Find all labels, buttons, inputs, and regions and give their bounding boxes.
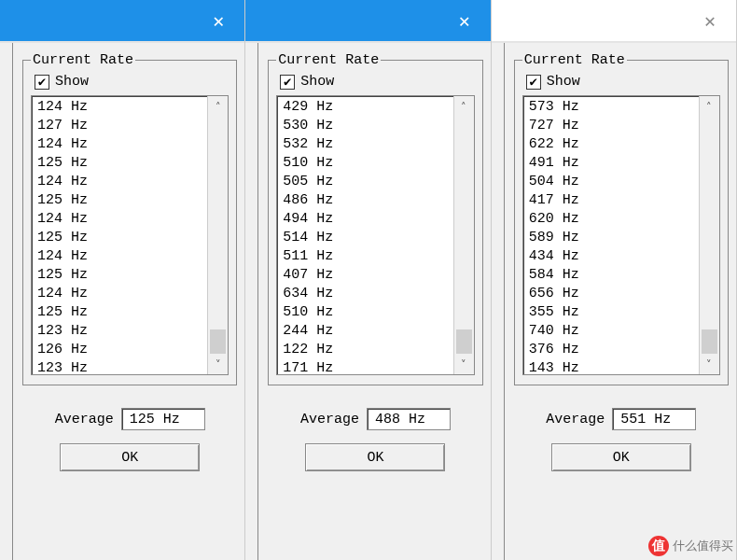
ok-button[interactable]: OK [551, 443, 691, 471]
list-item[interactable]: 123 Hz [37, 359, 207, 374]
list-item[interactable]: 125 Hz [37, 229, 207, 247]
close-icon: ✕ [459, 9, 470, 33]
list-item[interactable]: 532 Hz [283, 135, 452, 154]
scroll-thumb[interactable] [210, 329, 226, 354]
list-item[interactable]: 124 Hz [37, 210, 207, 229]
average-row: Average488 Hz [268, 408, 482, 430]
scroll-track[interactable] [454, 117, 474, 354]
scroll-up-button[interactable]: ˄ [454, 96, 474, 117]
list-item[interactable]: 434 Hz [529, 247, 699, 266]
scroll-down-button[interactable]: ˅ [700, 354, 719, 374]
close-button[interactable]: ✕ [196, 0, 241, 41]
show-checkbox[interactable]: ✔ [280, 75, 295, 90]
current-rate-group: Current Rate✔Show573 Hz727 Hz622 Hz491 H… [514, 52, 729, 385]
ok-button[interactable]: OK [60, 443, 200, 471]
list-item[interactable]: 407 Hz [283, 266, 452, 285]
show-row: ✔Show [276, 74, 474, 90]
list-item[interactable]: 124 Hz [37, 135, 207, 154]
list-item[interactable]: 505 Hz [283, 173, 452, 191]
scrollbar[interactable]: ˄˅ [453, 96, 474, 374]
scroll-up-button[interactable]: ˄ [208, 96, 228, 117]
show-row: ✔Show [522, 74, 720, 90]
list-item[interactable]: 486 Hz [283, 191, 452, 210]
list-item[interactable]: 740 Hz [529, 322, 699, 341]
scroll-thumb[interactable] [456, 329, 472, 354]
list-item[interactable]: 123 Hz [37, 322, 207, 341]
rate-listbox[interactable]: 429 Hz530 Hz532 Hz510 Hz505 Hz486 Hz494 … [276, 95, 474, 375]
scroll-up-button[interactable]: ˄ [700, 96, 719, 117]
average-value: 551 Hz [612, 408, 696, 430]
show-row: ✔Show [31, 74, 229, 90]
close-icon: ✕ [704, 9, 716, 33]
average-value: 488 Hz [367, 408, 451, 430]
list-item[interactable]: 620 Hz [529, 210, 699, 229]
list-item[interactable]: 504 Hz [529, 173, 699, 191]
left-frame-edge [492, 43, 505, 560]
close-button[interactable]: ✕ [442, 0, 487, 41]
list-item[interactable]: 125 Hz [37, 154, 207, 173]
titlebar: ✕ [492, 0, 736, 41]
list-item[interactable]: 126 Hz [37, 341, 207, 359]
scroll-track[interactable] [208, 117, 228, 354]
list-item[interactable]: 510 Hz [283, 154, 452, 173]
check-icon: ✔ [529, 74, 536, 90]
rate-listbox[interactable]: 124 Hz127 Hz124 Hz125 Hz124 Hz125 Hz124 … [31, 95, 229, 375]
list-item[interactable]: 656 Hz [529, 285, 699, 303]
list-item[interactable]: 417 Hz [529, 191, 699, 210]
group-label: Current Rate [31, 52, 135, 68]
list-item[interactable]: 376 Hz [529, 341, 699, 359]
close-button[interactable]: ✕ [688, 0, 732, 41]
rate-list: 429 Hz530 Hz532 Hz510 Hz505 Hz486 Hz494 … [277, 96, 452, 374]
list-item[interactable]: 171 Hz [283, 359, 452, 374]
scroll-down-button[interactable]: ˅ [454, 354, 474, 374]
list-item[interactable]: 584 Hz [529, 266, 699, 285]
left-frame-edge [0, 43, 13, 560]
list-item[interactable]: 634 Hz [283, 285, 452, 303]
list-item[interactable]: 124 Hz [37, 247, 207, 266]
list-item[interactable]: 491 Hz [529, 154, 699, 173]
list-item[interactable]: 589 Hz [529, 229, 699, 247]
list-item[interactable]: 125 Hz [37, 266, 207, 285]
watermark-icon: 值 [648, 536, 669, 556]
list-item[interactable]: 124 Hz [37, 173, 207, 191]
list-item[interactable]: 514 Hz [283, 229, 452, 247]
list-item[interactable]: 510 Hz [283, 303, 452, 322]
scroll-down-button[interactable]: ˅ [208, 354, 228, 374]
list-item[interactable]: 727 Hz [529, 117, 699, 135]
client-area: Current Rate✔Show124 Hz127 Hz124 Hz125 H… [0, 41, 244, 560]
chevron-up-icon: ˄ [461, 101, 466, 113]
list-item[interactable]: 125 Hz [37, 191, 207, 210]
list-item[interactable]: 124 Hz [37, 98, 207, 117]
list-item[interactable]: 622 Hz [529, 135, 699, 154]
list-item[interactable]: 143 Hz [529, 359, 699, 374]
group-label: Current Rate [276, 52, 381, 68]
list-item[interactable]: 530 Hz [283, 117, 452, 135]
dialog-panel: ✕Current Rate✔Show124 Hz127 Hz124 Hz125 … [0, 0, 245, 560]
list-item[interactable]: 244 Hz [283, 322, 452, 341]
list-item[interactable]: 429 Hz [283, 98, 452, 117]
scroll-track[interactable] [700, 117, 719, 354]
list-item[interactable]: 494 Hz [283, 210, 452, 229]
average-label: Average [300, 412, 359, 427]
close-icon: ✕ [213, 9, 224, 33]
list-item[interactable]: 127 Hz [37, 117, 207, 135]
list-item[interactable]: 124 Hz [37, 285, 207, 303]
list-item[interactable]: 573 Hz [529, 98, 699, 117]
scroll-thumb[interactable] [702, 329, 717, 354]
current-rate-group: Current Rate✔Show124 Hz127 Hz124 Hz125 H… [22, 52, 237, 385]
watermark: 值什么值得买 [648, 536, 733, 556]
list-item[interactable]: 355 Hz [529, 303, 699, 322]
left-frame-edge [245, 43, 258, 560]
rate-listbox[interactable]: 573 Hz727 Hz622 Hz491 Hz504 Hz417 Hz620 … [522, 95, 720, 375]
client-area: Current Rate✔Show573 Hz727 Hz622 Hz491 H… [492, 41, 736, 560]
scrollbar[interactable]: ˄˅ [699, 96, 719, 374]
list-item[interactable]: 125 Hz [37, 303, 207, 322]
titlebar: ✕ [245, 0, 490, 41]
list-item[interactable]: 511 Hz [283, 247, 452, 266]
show-checkbox[interactable]: ✔ [526, 75, 541, 90]
chevron-up-icon: ˄ [706, 101, 712, 113]
show-checkbox[interactable]: ✔ [35, 75, 49, 90]
list-item[interactable]: 122 Hz [283, 341, 452, 359]
ok-button[interactable]: OK [305, 443, 445, 471]
scrollbar[interactable]: ˄˅ [207, 96, 228, 374]
